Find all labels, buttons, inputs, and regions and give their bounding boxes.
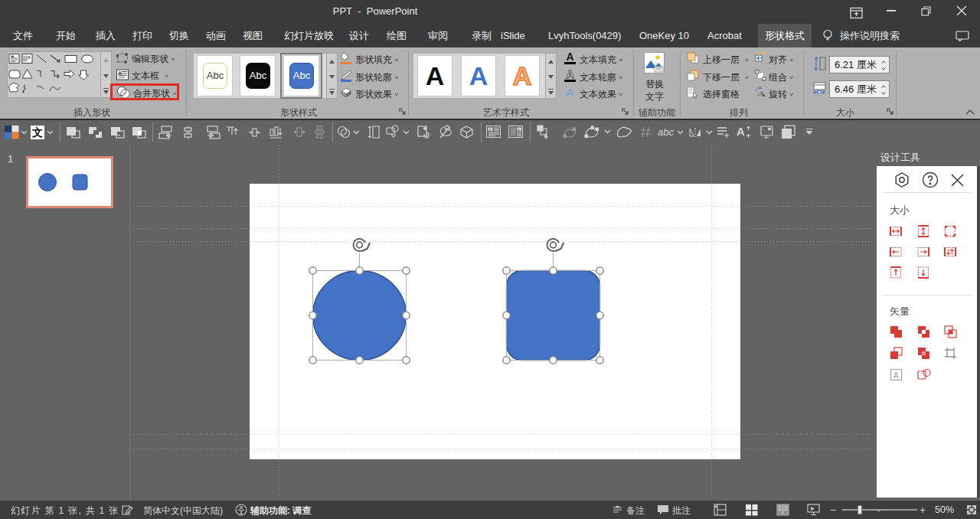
svg-text:A: A: [11, 54, 14, 59]
svg-text:A: A: [28, 55, 31, 60]
svg-text:A: A: [893, 371, 899, 380]
svg-text:A: A: [118, 70, 122, 76]
svg-text:A: A: [488, 128, 492, 132]
svg-text:A: A: [518, 128, 521, 132]
